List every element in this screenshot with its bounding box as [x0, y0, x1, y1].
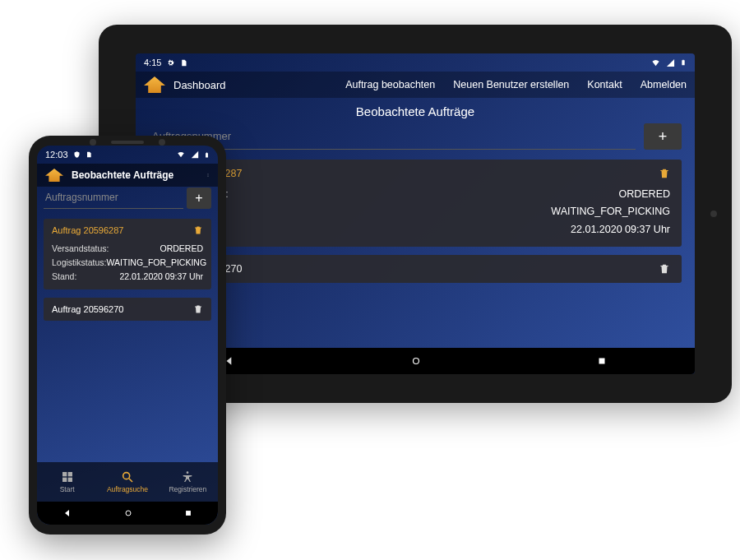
row-label: Stand: [52, 270, 76, 284]
nav-create-user[interactable]: Neuen Benutzer erstellen [453, 79, 569, 90]
recent-button[interactable] [597, 356, 607, 366]
svg-point-9 [123, 473, 130, 479]
wifi-icon [176, 150, 186, 159]
bottom-nav-label: Start [60, 485, 75, 493]
status-time: 4:15 [144, 58, 161, 67]
phone-content: Auftragsnummer + Auftrag 20596287 Versan… [37, 187, 218, 462]
search-icon [121, 470, 134, 484]
phone-status-bar: 12:03 [37, 146, 218, 164]
battery-icon [204, 150, 210, 160]
row-value: 22.01.2020 09:37 Uhr [571, 221, 670, 238]
trash-icon[interactable] [193, 304, 203, 314]
accessibility-icon [181, 470, 194, 484]
svg-rect-1 [599, 359, 605, 364]
svg-point-4 [208, 176, 209, 177]
order-title: Auftrag 20596287 [52, 225, 123, 235]
system-nav [37, 502, 218, 525]
back-button[interactable] [62, 508, 72, 518]
tablet-camera [710, 211, 717, 217]
row-value: WAITING_FOR_PICKING [551, 203, 670, 220]
row-label: Versandstatus: [52, 242, 109, 256]
signal-icon [191, 150, 199, 159]
app-logo [45, 169, 63, 182]
phone-app-header: Beobachtete Aufträge [37, 164, 218, 187]
add-button[interactable]: + [187, 187, 211, 209]
svg-rect-8 [67, 478, 72, 482]
tablet-app-header: Dashboard Auftrag beobachten Neuen Benut… [136, 72, 695, 98]
search-row: Auftragsnummer + [149, 123, 682, 150]
nav-contact[interactable]: Kontakt [587, 79, 622, 90]
nav-logout[interactable]: Abmelden [641, 79, 687, 90]
shield-icon [73, 150, 81, 159]
nav-watch-order[interactable]: Auftrag beobachten [345, 79, 435, 90]
svg-point-12 [126, 511, 131, 516]
battery-icon [680, 58, 687, 67]
page-title: Beobachtete Aufträge [72, 169, 173, 181]
home-button[interactable] [410, 355, 422, 367]
bottom-nav-label: Registrieren [169, 485, 206, 493]
signal-icon [666, 58, 675, 67]
grid-icon [61, 470, 74, 484]
phone-screen: 12:03 [37, 146, 218, 525]
svg-point-2 [208, 174, 209, 174]
bottom-nav-start[interactable]: Start [37, 462, 97, 502]
bottom-nav: Start Auftragsuche Registrieren [37, 462, 218, 502]
svg-line-10 [129, 479, 132, 482]
svg-point-0 [413, 359, 419, 364]
row-value: ORDERED [618, 186, 670, 203]
svg-rect-7 [62, 478, 67, 482]
bottom-nav-label: Auftragsuche [107, 485, 148, 493]
doc-icon [86, 150, 92, 159]
search-row: Auftragsnummer + [44, 187, 211, 209]
order-title: Auftrag 20596270 [52, 304, 123, 314]
status-time: 12:03 [45, 150, 68, 160]
gear-icon [166, 58, 175, 67]
tablet-status-bar: 4:15 [136, 53, 695, 72]
overflow-menu-icon[interactable] [206, 169, 210, 181]
recent-button[interactable] [184, 509, 192, 517]
svg-rect-5 [62, 472, 67, 476]
home-button[interactable] [123, 508, 133, 518]
phone-device: 12:03 [29, 136, 226, 535]
row-label: Logistikstatus: [52, 256, 107, 270]
svg-rect-6 [67, 472, 72, 476]
app-logo [144, 76, 165, 93]
bottom-nav-search[interactable]: Auftragsuche [97, 462, 157, 502]
page-title: Beobachtete Aufträge [136, 98, 695, 123]
trash-icon[interactable] [659, 168, 670, 179]
nav-dashboard[interactable]: Dashboard [173, 79, 226, 91]
order-number-input[interactable]: Auftragsnummer [44, 187, 183, 209]
order-card[interactable]: Auftrag 20596287 Versandstatus:ORDERED L… [149, 160, 682, 247]
svg-point-3 [208, 175, 209, 176]
row-value: WAITING_FOR_PICKING [107, 256, 207, 270]
trash-icon[interactable] [659, 263, 670, 275]
trash-icon[interactable] [193, 225, 203, 235]
order-card[interactable]: Auftrag 20596270 [44, 298, 211, 321]
phone-notch [90, 139, 165, 146]
svg-rect-13 [186, 511, 191, 516]
row-value: 22.01.2020 09:37 Uhr [119, 270, 203, 284]
order-card[interactable]: Auftrag 20596287 Versandstatus:ORDERED L… [44, 219, 211, 289]
add-button[interactable]: + [644, 123, 682, 150]
doc-icon [180, 58, 187, 67]
row-value: ORDERED [160, 242, 203, 256]
order-card[interactable]: Auftrag 20596270 [149, 255, 682, 283]
svg-point-11 [187, 471, 189, 474]
bottom-nav-register[interactable]: Registrieren [158, 462, 218, 502]
wifi-icon [650, 58, 661, 67]
